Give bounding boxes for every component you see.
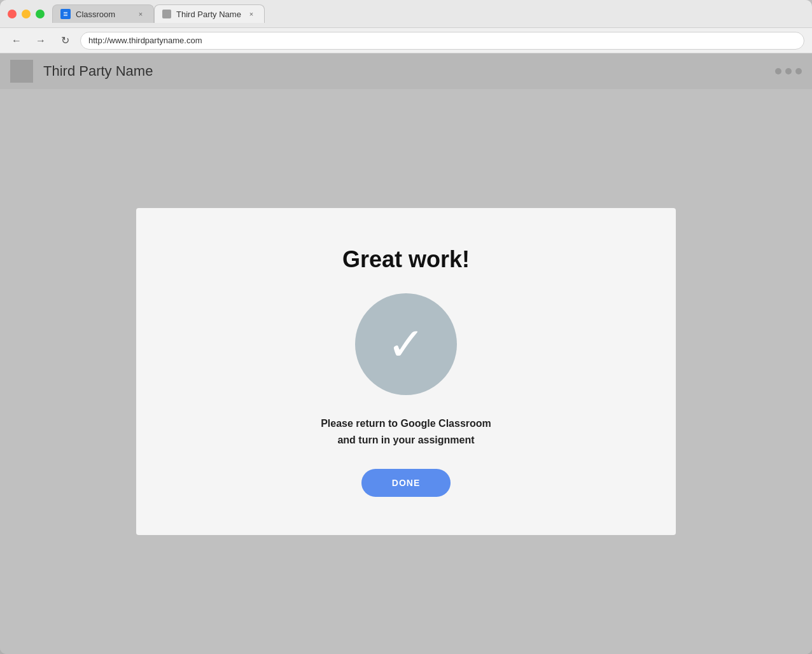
site-title: Third Party Name	[43, 63, 153, 80]
page-header: Third Party Name	[0, 53, 812, 89]
third-party-tab-label: Third Party Name	[176, 10, 241, 19]
svg-rect-3	[64, 15, 67, 16]
card-title: Great work!	[342, 246, 470, 273]
window-controls	[8, 10, 45, 18]
minimize-button[interactable]	[22, 10, 31, 18]
header-dot-1	[775, 68, 781, 74]
third-party-tab-close[interactable]: ×	[246, 9, 256, 19]
classroom-favicon	[60, 9, 71, 19]
classroom-tab-label: Classroom	[76, 10, 130, 19]
close-button[interactable]	[8, 10, 17, 18]
svg-rect-1	[64, 12, 67, 13]
maximize-button[interactable]	[36, 10, 45, 18]
tab-classroom[interactable]: Classroom ×	[52, 4, 154, 23]
tab-third-party[interactable]: Third Party Name ×	[154, 4, 265, 23]
third-party-favicon	[162, 10, 171, 18]
done-button[interactable]: DONE	[361, 469, 451, 497]
header-dot-2	[785, 68, 792, 74]
page-content: Great work! ✓ Please return to Google Cl…	[0, 89, 812, 654]
address-bar[interactable]	[80, 32, 804, 50]
nav-bar: ← → ↻	[0, 28, 812, 53]
forward-button[interactable]: →	[32, 32, 50, 50]
checkmark-circle: ✓	[355, 293, 457, 395]
reload-button[interactable]: ↻	[56, 32, 74, 50]
back-button[interactable]: ←	[8, 32, 25, 50]
title-bar: Classroom × Third Party Name ×	[0, 0, 812, 28]
tabs-container: Classroom × Third Party Name ×	[52, 4, 804, 23]
checkmark-icon: ✓	[387, 321, 425, 367]
classroom-tab-close[interactable]: ×	[136, 9, 146, 19]
header-dot-3	[795, 68, 802, 74]
card-message: Please return to Google Classroom and tu…	[321, 415, 491, 448]
card-message-line2: and turn in your assignment	[321, 432, 491, 449]
site-favicon	[10, 60, 33, 83]
browser-window: Classroom × Third Party Name × ← → ↻ Thi…	[0, 0, 812, 654]
svg-rect-2	[64, 14, 67, 15]
header-dots	[775, 68, 802, 74]
card-message-line1: Please return to Google Classroom	[321, 415, 491, 432]
completion-card: Great work! ✓ Please return to Google Cl…	[136, 208, 676, 534]
